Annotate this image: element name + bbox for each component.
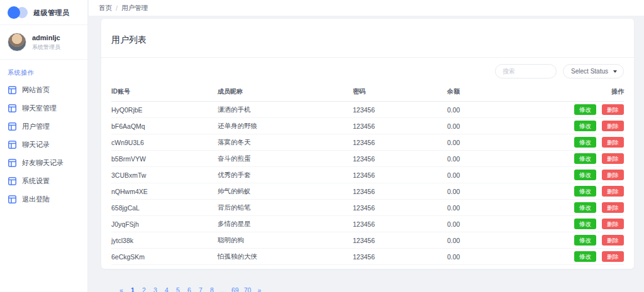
cell-nickname: 奋斗的煎蛋: [218, 151, 353, 167]
cell-id: HyQ0RjbE: [111, 102, 218, 118]
user-table: ID账号 成员昵称 密码 余额 操作 HyQ0RjbE 潇洒的手机 123456…: [111, 84, 624, 265]
status-select-label: Select Status: [571, 68, 608, 75]
cell-balance: 0.00: [447, 216, 541, 232]
cell-id: 658jgCaL: [111, 200, 218, 216]
edit-button[interactable]: 修改: [574, 235, 596, 246]
window-layout-icon: [8, 122, 16, 131]
sidebar: 超级管理员 adminljc 系统管理员 系统操作 网站首页 聊天室管理: [0, 0, 88, 292]
cell-balance: 0.00: [447, 151, 541, 167]
user-profile[interactable]: adminljc 系统管理员: [0, 25, 87, 60]
sidebar-item-label: 网站首页: [22, 85, 50, 95]
sidebar-item-label: 好友聊天记录: [22, 158, 64, 168]
delete-button[interactable]: 删除: [602, 170, 624, 180]
cell-balance: 0.00: [447, 232, 541, 249]
sidebar-item[interactable]: 好友聊天记录: [0, 154, 87, 172]
window-layout-icon: [8, 159, 16, 167]
edit-button[interactable]: 修改: [574, 153, 596, 164]
page-item[interactable]: 69: [230, 284, 240, 292]
cell-password: 123456: [353, 216, 447, 232]
delete-button[interactable]: 删除: [602, 104, 624, 115]
cell-actions: 修改 删除: [541, 249, 624, 265]
page-item[interactable]: «: [117, 284, 126, 292]
sidebar-item-label: 聊天记录: [22, 140, 50, 149]
page-item[interactable]: 1: [128, 284, 137, 292]
cell-nickname: 背后的铅笔: [218, 200, 353, 216]
delete-button[interactable]: 删除: [602, 202, 624, 213]
table-row: b5BrmVYW 奋斗的煎蛋 123456 0.00 修改 删除: [111, 151, 624, 167]
cell-id: 6eCkgSKm: [111, 249, 218, 265]
sidebar-item[interactable]: 退出登陆: [0, 190, 87, 208]
cell-balance: 0.00: [447, 134, 541, 151]
window-layout-icon: [8, 104, 16, 112]
sidebar-item-label: 用户管理: [22, 122, 50, 131]
sidebar-item[interactable]: 系统设置: [0, 172, 87, 190]
edit-button[interactable]: 修改: [574, 202, 596, 213]
page-item[interactable]: ...: [219, 284, 228, 292]
breadcrumb-home[interactable]: 首页: [99, 4, 112, 13]
page-item[interactable]: 70: [243, 284, 253, 292]
cell-actions: 修改 删除: [541, 151, 624, 167]
cell-password: 123456: [353, 118, 447, 134]
status-select[interactable]: Select Status: [563, 64, 624, 78]
delete-button[interactable]: 删除: [602, 121, 624, 131]
cell-password: 123456: [353, 102, 447, 118]
delete-button[interactable]: 删除: [602, 186, 624, 197]
page-title: 用户列表: [101, 19, 634, 57]
delete-button[interactable]: 删除: [602, 251, 624, 262]
cell-actions: 修改 删除: [541, 134, 624, 151]
breadcrumb-separator: /: [116, 4, 118, 12]
breadcrumb-current: 用户管理: [121, 4, 148, 13]
header-nickname: 成员昵称: [218, 84, 353, 102]
window-layout-icon: [8, 141, 16, 149]
edit-button[interactable]: 修改: [574, 121, 596, 131]
page-item[interactable]: 6: [185, 284, 194, 292]
cell-password: 123456: [353, 151, 447, 167]
cell-balance: 0.00: [447, 183, 541, 200]
edit-button[interactable]: 修改: [574, 137, 596, 148]
sidebar-item[interactable]: 用户管理: [0, 117, 87, 136]
edit-button[interactable]: 修改: [574, 104, 596, 115]
cell-password: 123456: [353, 167, 447, 183]
page-item[interactable]: 2: [140, 284, 148, 292]
cell-nickname: 落寞的冬天: [218, 134, 353, 151]
page-item[interactable]: »: [255, 284, 264, 292]
brand-logo-icon: [8, 6, 28, 19]
cell-actions: 修改 删除: [541, 216, 624, 232]
sidebar-item[interactable]: 聊天室管理: [0, 99, 87, 117]
page-item[interactable]: 5: [174, 284, 182, 292]
edit-button[interactable]: 修改: [574, 251, 596, 262]
sidebar-item[interactable]: 聊天记录: [0, 136, 87, 154]
cell-password: 123456: [353, 249, 447, 265]
page-item[interactable]: 4: [162, 284, 171, 292]
cell-actions: 修改 删除: [541, 118, 624, 134]
table-row: 658jgCaL 背后的铅笔 123456 0.00 修改 删除: [111, 200, 624, 216]
table-row: 6eCkgSKm 怕孤独的大侠 123456 0.00 修改 删除: [111, 249, 624, 265]
delete-button[interactable]: 删除: [602, 137, 624, 148]
page-item[interactable]: 8: [208, 284, 216, 292]
table-row: nQHwm4XE 帅气的蚂蚁 123456 0.00 修改 删除: [111, 183, 624, 200]
page-item[interactable]: 7: [196, 284, 205, 292]
cell-nickname: 优秀的手套: [218, 167, 353, 183]
table-header-row: ID账号 成员昵称 密码 余额 操作: [111, 84, 624, 102]
delete-button[interactable]: 删除: [602, 153, 624, 164]
edit-button[interactable]: 修改: [574, 219, 596, 229]
edit-button[interactable]: 修改: [574, 170, 596, 180]
brand: 超级管理员: [0, 0, 87, 25]
delete-button[interactable]: 删除: [602, 235, 624, 246]
table-row: bF6AaQMq 还单身的野狼 123456 0.00 修改 删除: [111, 118, 624, 134]
sidebar-item[interactable]: 网站首页: [0, 81, 87, 99]
cell-nickname: 还单身的野狼: [218, 118, 353, 134]
cell-password: 123456: [353, 183, 447, 200]
delete-button[interactable]: 删除: [602, 219, 624, 229]
cell-id: J0yqFSjh: [111, 216, 218, 232]
breadcrumb-bar: 首页 / 用户管理: [89, 0, 644, 16]
brand-title: 超级管理员: [33, 8, 70, 18]
cell-password: 123456: [353, 134, 447, 151]
table-row: J0yqFSjh 多情的星星 123456 0.00 修改 删除: [111, 216, 624, 232]
search-input[interactable]: [495, 64, 557, 78]
window-layout-icon: [8, 86, 16, 94]
table-row: 3CUBxmTw 优秀的手套 123456 0.00 修改 删除: [111, 167, 624, 183]
edit-button[interactable]: 修改: [574, 186, 596, 197]
page-item[interactable]: 3: [151, 284, 160, 292]
cell-actions: 修改 删除: [541, 183, 624, 200]
